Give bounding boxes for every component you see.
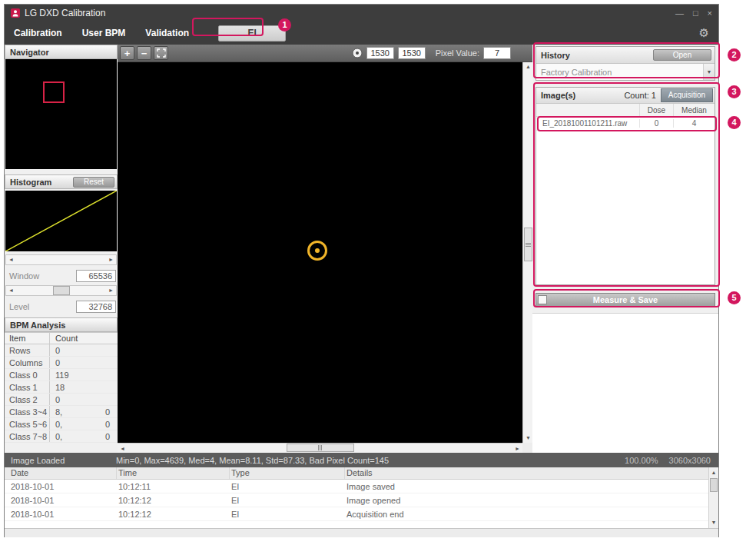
window-value-input[interactable]: [76, 270, 116, 282]
measure-save-button[interactable]: Measure & Save: [536, 293, 715, 307]
history-dropdown-value: Factory Calibration: [536, 68, 703, 77]
measure-save-label: Measure & Save: [593, 295, 658, 304]
images-title: Image(s): [541, 91, 575, 100]
status-bar: Image Loaded Min=0, Max=4639, Med=4, Mea…: [5, 453, 718, 467]
log-scrollbar[interactable]: ▲ ▼: [708, 467, 718, 528]
thumb-grip: [318, 445, 322, 450]
scroll-up-icon[interactable]: ▲: [709, 468, 718, 477]
table-row: 2018-10-01 10:12:12 EI Acquisition end: [5, 507, 718, 521]
bpm-item: Columns: [5, 358, 49, 367]
log-time: 10:12:12: [117, 496, 230, 505]
image-median: 4: [673, 119, 715, 128]
tab-ei-selected[interactable]: EI: [218, 25, 286, 42]
image-dose: 0: [639, 119, 673, 128]
log-table: Date Time Type Details 2018-10-01 10:12:…: [5, 467, 718, 528]
maximize-icon[interactable]: □: [693, 5, 698, 22]
bpm-col-item: Item: [5, 334, 49, 343]
log-time: 10:12:11: [117, 482, 230, 491]
tab-validation[interactable]: Validation: [145, 28, 189, 38]
bpm-count: 119: [49, 369, 118, 381]
coord-y-input[interactable]: [398, 47, 426, 59]
status-state: Image Loaded: [5, 456, 116, 465]
coord-x-input[interactable]: [366, 47, 394, 59]
bpm-item: Class 1: [5, 383, 49, 392]
histogram-reset-button[interactable]: Reset: [73, 177, 114, 188]
level-scrollbar-thumb[interactable]: [53, 286, 70, 295]
level-scrollbar-track[interactable]: [16, 286, 106, 295]
log-header: Date Time Type Details: [5, 467, 718, 480]
bpm-count-extra: 0: [105, 432, 110, 441]
chevron-down-icon[interactable]: ▼: [703, 64, 715, 80]
log-details: Acquisition end: [345, 510, 718, 519]
histogram-header: Histogram Reset: [5, 174, 118, 189]
sidebar: Navigator Histogram Reset ◄ ►: [5, 45, 118, 453]
close-icon[interactable]: ×: [708, 5, 712, 22]
gear-icon[interactable]: ⚙: [699, 26, 709, 40]
target-icon: [352, 48, 363, 58]
table-row: Class 1 18: [5, 381, 118, 394]
table-row: Class 3~4 8,0: [5, 406, 118, 418]
bpm-item: Rows: [5, 346, 49, 355]
scrollbar-corner: [522, 443, 532, 453]
histogram-canvas: [5, 191, 117, 251]
log-scrollbar-thumb[interactable]: [710, 478, 718, 492]
image-list-item[interactable]: EI_20181001101211.raw 0 4: [536, 117, 715, 131]
scroll-left-icon[interactable]: ◄: [6, 286, 16, 295]
minimize-icon[interactable]: —: [675, 5, 684, 22]
fit-to-screen-button[interactable]: [154, 46, 168, 60]
horizontal-scrollbar-track[interactable]: [128, 444, 512, 453]
scroll-right-icon[interactable]: ►: [512, 446, 522, 451]
level-scrollbar[interactable]: ◄ ►: [5, 285, 117, 296]
history-header: History Open: [536, 47, 715, 64]
pixel-value-input[interactable]: [483, 47, 511, 59]
vertical-scrollbar[interactable]: ▲ ▼: [522, 62, 532, 443]
scroll-left-icon[interactable]: ◄: [118, 446, 128, 451]
images-count: Count: 1: [624, 91, 656, 100]
bpm-count: 0: [49, 344, 118, 356]
table-row: 2018-10-01 10:12:11 EI Image saved: [5, 480, 718, 493]
window-label: Window: [9, 271, 76, 281]
navigator-roi-rect[interactable]: [43, 81, 65, 103]
horizontal-scrollbar-thumb[interactable]: [287, 444, 354, 452]
tab-calibration[interactable]: Calibration: [14, 28, 62, 38]
scroll-left-icon[interactable]: ◄: [6, 255, 16, 264]
navigator-header: Navigator: [5, 45, 118, 59]
bpm-count: 0,0: [49, 430, 118, 442]
images-section: Image(s) Count: 1 Acquisition Dose Media…: [536, 87, 715, 285]
window-scrollbar-track[interactable]: [16, 255, 106, 264]
histogram-line: [5, 191, 117, 251]
zoom-in-button[interactable]: +: [120, 46, 134, 60]
bpm-count-value: 0: [55, 346, 60, 355]
scroll-right-icon[interactable]: ►: [106, 255, 116, 264]
bpm-count: 0,0: [49, 418, 118, 430]
bottom-scrollbar-track: [5, 528, 718, 537]
pixel-value-label: Pixel Value:: [436, 48, 479, 58]
bpm-col-count: Count: [49, 333, 118, 344]
history-dropdown[interactable]: Factory Calibration ▼: [536, 64, 715, 80]
horizontal-scrollbar[interactable]: ◄ ►: [118, 443, 522, 453]
measure-save-handle: [538, 295, 547, 304]
window-scrollbar[interactable]: ◄ ►: [5, 254, 117, 265]
bpm-table: Item Count Rows 0 Columns 0 Class 0 119: [5, 332, 118, 443]
tab-user-bpm[interactable]: User BPM: [82, 28, 126, 38]
status-right-group: 100.00% 3060x3060: [625, 456, 718, 465]
open-button[interactable]: Open: [653, 49, 711, 61]
zoom-out-button[interactable]: −: [137, 46, 151, 60]
bpm-count-value: 0,: [55, 432, 62, 441]
bpm-count-value: 119: [55, 371, 69, 380]
window-controls: — □ ×: [675, 5, 712, 22]
image-canvas[interactable]: [118, 62, 522, 443]
acquisition-button[interactable]: Acquisition: [661, 88, 713, 102]
log-type: EI: [230, 496, 345, 505]
level-row: Level: [5, 299, 118, 314]
level-value-input[interactable]: [76, 301, 116, 313]
histogram-title: Histogram: [10, 178, 51, 187]
window-row: Window: [5, 268, 118, 284]
scroll-down-icon[interactable]: ▼: [709, 518, 718, 527]
scroll-right-icon[interactable]: ►: [106, 286, 116, 295]
navigator-canvas[interactable]: [5, 59, 117, 169]
bpm-count: 0: [49, 394, 118, 405]
bpm-count-extra: 0: [105, 407, 110, 417]
vertical-scrollbar-thumb[interactable]: [524, 228, 532, 261]
app-window: LG DXD Calibration — □ × Calibration Use…: [4, 4, 719, 537]
